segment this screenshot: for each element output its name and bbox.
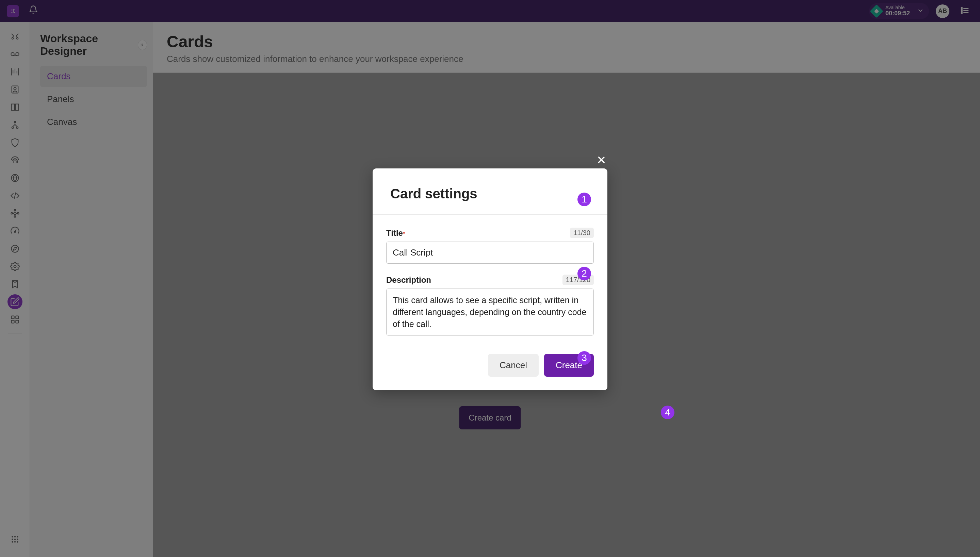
rail-item-bookmark[interactable] bbox=[8, 277, 23, 292]
modal-title: Card settings bbox=[390, 186, 590, 202]
svg-point-12 bbox=[16, 127, 18, 129]
create-card-button[interactable]: Create card bbox=[459, 406, 521, 429]
status-label: Available bbox=[886, 5, 910, 10]
svg-point-10 bbox=[14, 122, 16, 123]
svg-rect-8 bbox=[11, 104, 14, 111]
nav-item-cards[interactable]: Cards bbox=[40, 66, 147, 87]
sidebar-header: Workspace Designer bbox=[40, 32, 147, 57]
rail-item-analytics[interactable] bbox=[8, 64, 23, 79]
svg-point-7 bbox=[14, 88, 16, 90]
card-settings-modal: Card settings Title* 11/30 Description 1… bbox=[373, 168, 607, 390]
top-header: :t Available 00:09:52 AB bbox=[0, 0, 980, 22]
rail-divider bbox=[8, 333, 22, 334]
rail-item-contacts[interactable] bbox=[8, 82, 23, 97]
svg-rect-2 bbox=[963, 10, 969, 11]
sidebar: Workspace Designer Cards Panels Canvas bbox=[30, 22, 153, 557]
chevron-down-icon[interactable] bbox=[917, 7, 924, 16]
rail-item-globe[interactable] bbox=[8, 171, 23, 186]
svg-point-29 bbox=[11, 539, 13, 540]
content-header: Cards Cards show customized information … bbox=[153, 22, 980, 73]
svg-point-34 bbox=[17, 541, 18, 542]
rail-item-security[interactable] bbox=[8, 135, 23, 150]
rail-item-fingerprint[interactable] bbox=[8, 153, 23, 168]
app-logo[interactable]: :t bbox=[7, 5, 19, 17]
svg-rect-22 bbox=[11, 316, 14, 319]
svg-point-31 bbox=[17, 539, 18, 540]
svg-point-14 bbox=[14, 212, 16, 215]
svg-point-17 bbox=[11, 213, 13, 214]
svg-rect-9 bbox=[15, 104, 18, 111]
close-icon[interactable]: ✕ bbox=[596, 153, 606, 167]
rail-item-integrations[interactable] bbox=[8, 206, 23, 221]
nav-item-panels[interactable]: Panels bbox=[40, 88, 147, 110]
annotation-badge-4: 4 bbox=[661, 406, 674, 419]
rail-item-hierarchy[interactable] bbox=[8, 117, 23, 132]
svg-point-20 bbox=[11, 245, 18, 252]
svg-point-19 bbox=[14, 231, 16, 233]
svg-point-15 bbox=[14, 209, 16, 211]
svg-point-16 bbox=[14, 216, 16, 217]
modal-wrap: ✕ Card settings Title* 11/30 Description… bbox=[373, 168, 607, 390]
header-right: Available 00:09:52 AB bbox=[869, 3, 973, 19]
status-text: Available 00:09:52 bbox=[886, 5, 910, 17]
description-input[interactable] bbox=[386, 288, 594, 336]
title-input[interactable] bbox=[386, 241, 594, 264]
annotation-badge-2: 2 bbox=[578, 267, 591, 280]
rail-item-app-launcher[interactable] bbox=[8, 532, 23, 547]
svg-point-11 bbox=[11, 127, 13, 129]
title-field-group: Title* 11/30 bbox=[386, 228, 594, 264]
nav-list: Cards Panels Canvas bbox=[40, 66, 147, 133]
cancel-button[interactable]: Cancel bbox=[488, 354, 539, 377]
page-title: Cards bbox=[167, 32, 966, 51]
modal-header: Card settings bbox=[373, 168, 607, 215]
svg-rect-3 bbox=[963, 12, 969, 13]
title-label-wrap: Title* bbox=[386, 228, 405, 238]
annotation-badge-1: 1 bbox=[578, 192, 591, 206]
page-subtitle: Cards show customized information to enh… bbox=[167, 54, 966, 64]
rail-item-panels[interactable] bbox=[8, 100, 23, 115]
title-label: Title bbox=[386, 228, 403, 238]
notifications-icon[interactable] bbox=[29, 5, 38, 17]
rail-item-explore[interactable] bbox=[8, 241, 23, 256]
svg-rect-0 bbox=[961, 7, 963, 14]
collapse-sidebar-button[interactable] bbox=[138, 40, 147, 50]
rail-item-designer[interactable] bbox=[8, 294, 23, 309]
svg-rect-1 bbox=[963, 8, 969, 9]
svg-point-33 bbox=[14, 541, 15, 542]
modal-body: Title* 11/30 Description 117/120 bbox=[373, 215, 607, 354]
svg-rect-24 bbox=[11, 320, 14, 323]
header-left: :t bbox=[7, 5, 38, 17]
svg-point-21 bbox=[14, 265, 16, 268]
svg-point-5 bbox=[16, 52, 19, 55]
annotation-badge-3: 3 bbox=[578, 351, 591, 365]
status-chip[interactable]: Available 00:09:52 bbox=[869, 3, 929, 19]
svg-point-32 bbox=[11, 541, 13, 542]
description-label: Description bbox=[386, 275, 431, 285]
side-panel-icon[interactable] bbox=[956, 5, 973, 17]
svg-point-18 bbox=[17, 213, 19, 214]
title-char-counter: 11/30 bbox=[570, 228, 594, 238]
svg-point-26 bbox=[11, 536, 13, 537]
rail-item-code[interactable] bbox=[8, 188, 23, 203]
svg-rect-23 bbox=[16, 316, 18, 319]
svg-point-27 bbox=[14, 536, 15, 537]
svg-point-4 bbox=[11, 52, 14, 55]
rail-item-voicemail[interactable] bbox=[8, 47, 23, 62]
status-timer: 00:09:52 bbox=[886, 10, 910, 17]
avatar[interactable]: AB bbox=[936, 5, 949, 18]
description-field-group: Description 117/120 bbox=[386, 275, 594, 337]
rail-item-performance[interactable] bbox=[8, 223, 23, 238]
modal-footer: Cancel Create bbox=[373, 354, 607, 390]
icon-rail bbox=[0, 22, 30, 557]
title-label-row: Title* 11/30 bbox=[386, 228, 594, 238]
rail-item-settings[interactable] bbox=[8, 259, 23, 274]
nav-item-canvas[interactable]: Canvas bbox=[40, 111, 147, 133]
svg-point-28 bbox=[17, 536, 18, 537]
rail-item-apps[interactable] bbox=[8, 312, 23, 327]
sidebar-title: Workspace Designer bbox=[40, 32, 138, 57]
rail-item-routing[interactable] bbox=[8, 29, 23, 44]
svg-rect-25 bbox=[16, 320, 18, 323]
description-label-row: Description 117/120 bbox=[386, 275, 594, 285]
status-indicator-icon bbox=[870, 5, 883, 18]
required-indicator: * bbox=[403, 231, 405, 237]
